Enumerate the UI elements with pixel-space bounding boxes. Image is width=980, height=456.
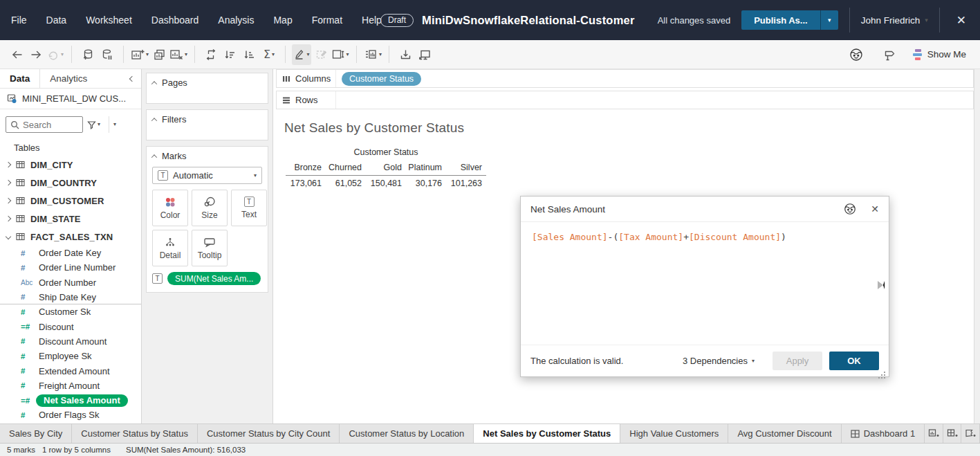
field-item[interactable]: =#Net Sales Amount xyxy=(0,393,141,408)
sort-descending-button[interactable] xyxy=(240,44,259,65)
crosstab-value[interactable]: 173,061 xyxy=(286,176,326,191)
search-input-box[interactable] xyxy=(6,116,83,133)
menu-item[interactable]: Data xyxy=(46,15,67,26)
field-item[interactable]: =#Discount xyxy=(0,319,141,334)
filter-fields-button[interactable]: ▾ xyxy=(83,116,104,133)
crosstab-column-header[interactable]: Bronze xyxy=(286,162,326,175)
duplicate-sheet-button[interactable] xyxy=(149,44,169,65)
menu-item[interactable]: Help xyxy=(362,15,382,26)
field-item[interactable]: #Freight Amount xyxy=(0,379,141,393)
dialog-close-button[interactable]: ✕ xyxy=(871,203,879,215)
new-dashboard-tab-button[interactable] xyxy=(943,424,962,443)
crosstab-value[interactable]: 101,263 xyxy=(446,176,486,191)
size-button[interactable]: Size xyxy=(192,190,228,226)
ok-button[interactable]: OK xyxy=(829,352,879,370)
crosstab-column-header[interactable]: Gold xyxy=(366,162,406,175)
totals-button[interactable]: Σ▾ xyxy=(259,44,279,65)
close-button[interactable]: ✕ xyxy=(951,10,972,30)
mark-type-dropdown[interactable]: T Automatic ▾ xyxy=(152,167,262,184)
einstein-assist-button[interactable] xyxy=(840,199,860,219)
resize-grip[interactable] xyxy=(884,372,885,373)
table-item[interactable]: DIM_CITY xyxy=(0,156,141,174)
field-item[interactable]: #Customer Sk xyxy=(0,304,141,319)
collapse-pane-button[interactable] xyxy=(123,69,141,88)
tab-analytics[interactable]: Analytics xyxy=(40,69,97,88)
signpost-button[interactable] xyxy=(880,44,899,65)
download-button[interactable] xyxy=(396,44,415,65)
show-me-button[interactable]: Show Me xyxy=(913,49,966,60)
crosstab-value[interactable]: 61,052 xyxy=(326,176,366,191)
menu-item[interactable]: Dashboard xyxy=(151,15,199,26)
rows-shelf[interactable]: Rows xyxy=(276,91,974,109)
chevron-right-icon[interactable] xyxy=(6,162,11,167)
columns-shelf[interactable]: Columns Customer Status xyxy=(276,69,974,88)
sheet-tab[interactable]: Net Sales by Customer Status xyxy=(474,424,620,443)
field-item[interactable]: #Ship Date Key xyxy=(0,290,141,304)
field-item[interactable]: #Discount Amount xyxy=(0,334,141,349)
marks-field-pill[interactable]: SUM(Net Sales Am... xyxy=(167,272,261,285)
einstein-copilot-button[interactable] xyxy=(847,44,866,65)
redo-button[interactable] xyxy=(26,44,46,65)
chevron-right-icon[interactable] xyxy=(6,216,11,221)
fields-menu-button[interactable]: ▾ xyxy=(109,116,120,133)
chevron-right-icon[interactable] xyxy=(6,180,11,185)
sheet-tab[interactable]: Dashboard 1 xyxy=(842,424,925,443)
publish-caret-button[interactable]: ▾ xyxy=(820,10,838,30)
crosstab-value[interactable]: 30,176 xyxy=(406,176,446,191)
crosstab-column-header[interactable]: Churned xyxy=(326,162,366,175)
formula-editor[interactable]: [Sales Amount]-([Tax Amount]+[Discount A… xyxy=(521,222,889,253)
table-item[interactable]: DIM_COUNTRY xyxy=(0,174,141,192)
field-item[interactable]: #Order Flags Sk xyxy=(0,408,141,422)
show-mark-labels-button[interactable]: ▾ xyxy=(363,44,382,65)
pause-auto-updates-button[interactable] xyxy=(98,44,117,65)
expand-functions-arrow[interactable] xyxy=(878,281,885,289)
replay-button[interactable]: ▾ xyxy=(46,44,65,65)
chevron-down-icon[interactable] xyxy=(6,234,11,239)
table-item[interactable]: DIM_STATE xyxy=(0,210,141,228)
menu-item[interactable]: Format xyxy=(312,15,342,26)
filters-card-header[interactable]: Filters xyxy=(147,110,268,129)
edit-format-button[interactable] xyxy=(311,44,331,65)
menu-item[interactable]: Analysis xyxy=(218,15,254,26)
color-button[interactable]: Color xyxy=(152,190,188,226)
new-worksheet-tab-button[interactable] xyxy=(925,424,943,443)
crosstab-spanning-header[interactable]: Customer Status xyxy=(286,147,486,162)
clear-sheet-button[interactable]: ▾ xyxy=(169,44,188,65)
crosstab-value[interactable]: 150,481 xyxy=(366,176,406,191)
sheet-tab[interactable]: Customer Status by Status xyxy=(72,424,198,443)
new-data-source-button[interactable] xyxy=(78,44,98,65)
sheet-tab[interactable]: Customer Status by City Count xyxy=(198,424,340,443)
datasource-item[interactable]: MINI_RETAIL_DW CUS... xyxy=(0,89,141,109)
marks-card-header[interactable]: Marks xyxy=(147,147,268,165)
menu-item[interactable]: Worksheet xyxy=(86,15,132,26)
dependencies-dropdown[interactable]: 3 Dependencies ▾ xyxy=(683,356,755,366)
table-item[interactable]: DIM_CUSTOMER xyxy=(0,192,141,210)
swap-rows-columns-button[interactable] xyxy=(201,44,221,65)
menu-item[interactable]: Map xyxy=(273,15,292,26)
new-worksheet-button[interactable]: ▾ xyxy=(130,44,149,65)
tooltip-button[interactable]: Tooltip xyxy=(192,230,228,266)
fix-axes-button[interactable]: ▾ xyxy=(331,44,350,65)
sort-ascending-button[interactable] xyxy=(221,44,240,65)
field-item[interactable]: #Order Date Key xyxy=(0,246,141,260)
highlight-button[interactable]: ▾ xyxy=(292,44,311,65)
field-item[interactable]: #Employee Sk xyxy=(0,349,141,363)
crosstab-column-header[interactable]: Silver xyxy=(446,162,486,175)
columns-pill[interactable]: Customer Status xyxy=(342,72,421,86)
crosstab-column-header[interactable]: Platinum xyxy=(406,162,446,175)
chevron-right-icon[interactable] xyxy=(6,198,11,203)
detail-button[interactable]: Detail xyxy=(152,230,188,266)
sheet-tab[interactable]: Avg Customer Discount xyxy=(728,424,841,443)
sheet-tab[interactable]: Customer Status by Location xyxy=(340,424,474,443)
sheet-tab[interactable]: High Value Customers xyxy=(620,424,728,443)
publish-button[interactable]: Publish As... xyxy=(741,10,820,30)
table-item-fact[interactable]: FACT_SALES_TXN xyxy=(0,228,141,246)
tab-data[interactable]: Data xyxy=(0,69,40,88)
menu-item[interactable]: File xyxy=(11,15,27,26)
field-item[interactable]: AbcOrder Number xyxy=(0,275,141,290)
search-input[interactable] xyxy=(23,120,73,130)
presentation-mode-button[interactable] xyxy=(415,44,434,65)
user-menu[interactable]: John Friedrich ▾ xyxy=(861,15,928,26)
pages-card-header[interactable]: Pages xyxy=(147,73,268,92)
text-button[interactable]: T Text xyxy=(231,190,267,226)
